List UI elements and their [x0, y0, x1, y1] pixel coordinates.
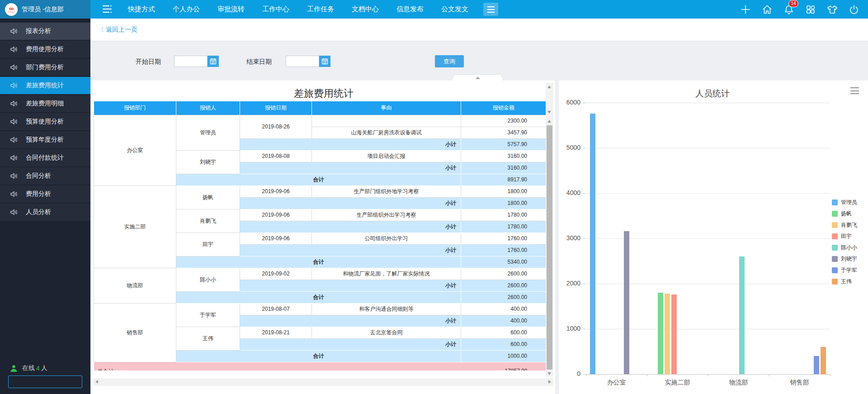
gridline — [586, 193, 830, 194]
subtotal-label-cell: 小计 — [240, 197, 461, 209]
app-logo-icon[interactable]: ∞ 华天动力 — [5, 3, 18, 16]
power-icon[interactable] — [848, 4, 860, 15]
end-date-input[interactable] — [286, 56, 319, 67]
bar-肖鹏飞-实施二部[interactable] — [665, 294, 670, 374]
report-panel: 差旅费用统计 报销部门报销人报销日期事由报销金额 办公室管理员2019-08-2… — [92, 81, 555, 394]
total-amount-cell: 8917.90 — [461, 174, 547, 185]
sidebar-item-label: 预算年度分析 — [26, 136, 64, 144]
sidebar-item-3[interactable]: 差旅费用统计 — [0, 77, 90, 94]
collapse-filter-tab[interactable] — [452, 74, 503, 81]
nav-item-4[interactable]: 工作任务 — [307, 5, 334, 14]
subtotal-label-cell: 小计 — [240, 138, 461, 150]
apps-icon[interactable] — [805, 4, 816, 15]
column-header-4: 报销金额 — [461, 101, 547, 115]
sidebar-item-1[interactable]: 费用使用分析 — [0, 41, 90, 58]
nav-item-7[interactable]: 公文发文 — [441, 5, 468, 14]
start-date-input[interactable] — [174, 56, 208, 67]
chart-title: 人员统计 — [590, 88, 835, 100]
sidebar-item-4[interactable]: 差旅费用明细 — [0, 95, 90, 112]
expense-row: 物流部陈小小2019-09-02和物流厂家见面，了解厂家实际情况2600.00 — [94, 268, 547, 280]
total-amount-cell: 5340.00 — [461, 256, 547, 268]
date-cell: 2019-09-06 — [240, 209, 312, 221]
legend-swatch — [832, 267, 838, 273]
bar-田宇-实施二部[interactable] — [671, 294, 677, 374]
sidebar-item-10[interactable]: 人员分析 — [0, 204, 90, 221]
subtotal-label-cell: 小计 — [240, 280, 461, 291]
logo-infinity-glyph: ∞ — [9, 5, 14, 11]
sidebar-toggle-icon[interactable] — [102, 4, 113, 14]
chart-menu-icon[interactable] — [850, 87, 859, 94]
gridline — [586, 238, 830, 239]
legend-label: 管理员 — [841, 199, 857, 206]
sidebar-item-9[interactable]: 费用分析 — [0, 185, 90, 203]
sidebar-item-8[interactable]: 合同分析 — [0, 167, 90, 185]
sidebar-item-0[interactable]: 报表分析 — [0, 23, 90, 40]
legend-swatch — [832, 211, 838, 217]
sidebar-item-label: 合同付款统计 — [26, 154, 64, 162]
sidebar-search-input[interactable] — [9, 376, 94, 387]
legend-swatch — [832, 199, 838, 205]
bar-扬帆-实施二部[interactable] — [658, 293, 663, 374]
end-date-calendar-icon[interactable] — [319, 56, 330, 67]
gridline — [586, 329, 830, 329]
legend-item-管理员[interactable]: 管理员 — [832, 197, 857, 208]
subtotal-label-cell: 小计 — [240, 221, 461, 233]
bar-刘晓宇-办公室[interactable] — [624, 231, 629, 374]
sidebar-item-6[interactable]: 预算年度分析 — [0, 131, 90, 148]
x-axis-label: 实施二部 — [647, 379, 708, 387]
sidebar-search — [8, 375, 82, 388]
legend-item-王伟[interactable]: 王伟 — [832, 276, 857, 287]
sidebar-item-label: 部门费用分析 — [26, 63, 64, 71]
reason-cell: 公司组织外出学习 — [312, 233, 461, 244]
bar-于学军-销售部[interactable] — [814, 356, 819, 374]
home-icon[interactable] — [761, 4, 773, 15]
legend-swatch — [832, 233, 838, 239]
bar-陈小小-物流部[interactable] — [739, 256, 745, 374]
legend-item-刘晓宇[interactable]: 刘晓宇 — [832, 253, 857, 265]
department-cell: 销售部 — [94, 303, 176, 362]
subtotal-amount-cell: 1780.00 — [461, 221, 547, 233]
notification-badge: 14 — [788, 0, 798, 7]
subtotal-amount-cell: 2600.00 — [461, 280, 547, 291]
legend-item-扬帆[interactable]: 扬帆 — [832, 208, 857, 219]
more-menus-icon[interactable] — [483, 3, 498, 16]
y-axis-label: 6000 — [558, 99, 580, 106]
legend-item-田宇[interactable]: 田宇 — [832, 231, 857, 242]
legend-item-肖鹏飞[interactable]: 肖鹏飞 — [832, 219, 857, 231]
nav-item-3[interactable]: 工作中心 — [262, 5, 289, 14]
chevron-left-icon: 〈 — [98, 26, 104, 33]
chart-panel: 人员统计 管理员扬帆肖鹏飞田宇陈小小刘晓宇于学军王伟 0100020003000… — [559, 81, 868, 394]
shirt-icon[interactable] — [826, 4, 838, 15]
amount-cell: 1780.00 — [461, 209, 547, 221]
sidebar-item-2[interactable]: 部门费用分析 — [0, 59, 90, 76]
sidebar-item-7[interactable]: 合同付款统计 — [0, 149, 90, 166]
bell-icon[interactable]: 14 — [783, 4, 795, 15]
legend-item-于学军[interactable]: 于学军 — [832, 265, 857, 276]
nav-item-5[interactable]: 文档中心 — [352, 5, 379, 14]
vertical-scrollbar-thumb[interactable] — [547, 125, 552, 370]
plus-icon[interactable] — [740, 4, 751, 15]
back-label: 返回上一页 — [106, 26, 137, 33]
nav-item-1[interactable]: 个人办公 — [173, 5, 200, 14]
nav-item-0[interactable]: 快捷方式 — [128, 5, 155, 14]
date-cell: 2019-08-07 — [240, 303, 312, 315]
reason-cell: 山海关船厂厨房洗衣设备调试 — [312, 127, 461, 138]
nav-item-6[interactable]: 信息发布 — [396, 5, 424, 14]
date-cell: 2019-09-06 — [240, 185, 312, 197]
sidebar-item-label: 差旅费用明细 — [26, 100, 64, 108]
nav-item-2[interactable]: 审批流转 — [217, 5, 245, 14]
vertical-scrollbar[interactable] — [546, 83, 553, 377]
bar-管理员-办公室[interactable] — [590, 114, 595, 374]
back-link[interactable]: 〈 返回上一页 — [98, 26, 137, 34]
horizontal-scrollbar[interactable] — [93, 378, 553, 386]
start-date-calendar-icon[interactable] — [208, 56, 219, 67]
legend-label: 陈小小 — [841, 244, 857, 252]
legend-item-陈小小[interactable]: 陈小小 — [832, 242, 857, 253]
sidebar-item-label: 费用分析 — [26, 190, 51, 198]
speaker-icon — [10, 28, 18, 34]
sidebar-item-5[interactable]: 预算使用分析 — [0, 113, 90, 130]
bar-王伟-销售部[interactable] — [821, 347, 826, 374]
query-button[interactable]: 查询 — [435, 55, 464, 67]
legend-swatch — [832, 256, 838, 262]
x-axis-label: 办公室 — [586, 379, 647, 387]
